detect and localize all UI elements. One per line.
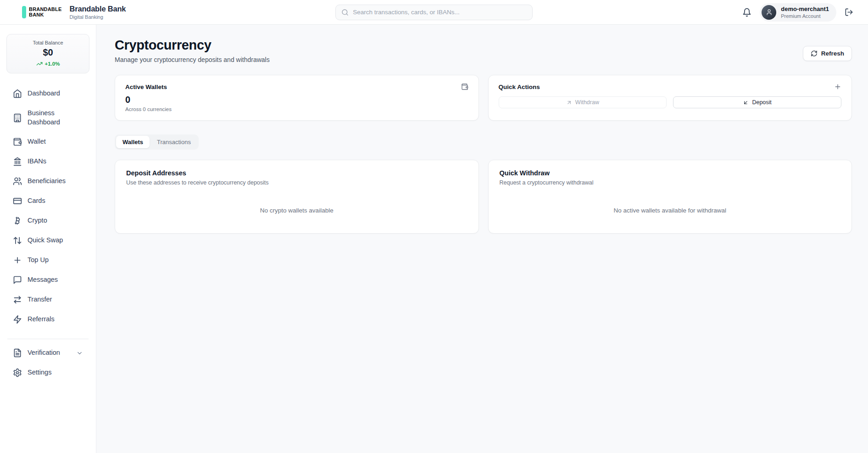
sidebar-item-label: Beneficiaries xyxy=(28,177,66,186)
quick-actions-card: Quick Actions Withdraw Deposit xyxy=(488,75,852,121)
sidebar-item-label: Verification xyxy=(28,348,60,358)
deposit-addresses-empty-state: No crypto wallets available xyxy=(126,207,467,214)
chevron-down-icon xyxy=(76,350,83,357)
brand-logo-line1: BRANDABLE xyxy=(29,7,61,12)
quick-withdraw-subtitle: Request a cryptocurrency withdrawal xyxy=(500,179,841,186)
sidebar-item-label: Quick Swap xyxy=(28,236,63,245)
sidebar-item-label: Top Up xyxy=(28,256,49,265)
deposit-button[interactable]: Deposit xyxy=(673,96,841,108)
bitcoin-icon xyxy=(13,216,22,225)
arrow-left-right-icon xyxy=(13,295,22,304)
notifications-button[interactable] xyxy=(742,8,751,17)
wallet-icon xyxy=(461,83,468,90)
sidebar: Total Balance $0 +1.0% DashboardBusiness… xyxy=(0,25,96,453)
user-info: demo-merchant1 Premium Account xyxy=(781,6,829,18)
total-balance-card: Total Balance $0 +1.0% xyxy=(6,34,89,73)
sidebar-item-crypto[interactable]: Crypto xyxy=(6,212,89,230)
sidebar-item-beneficiaries[interactable]: Beneficiaries xyxy=(6,172,89,190)
sidebar-item-referrals[interactable]: Referrals xyxy=(6,310,89,329)
sidebar-footer-nav: VerificationSettings xyxy=(6,344,89,382)
refresh-icon xyxy=(811,50,818,57)
search-input[interactable] xyxy=(353,9,527,16)
sidebar-item-settings[interactable]: Settings xyxy=(6,364,89,382)
file-text-icon xyxy=(13,348,22,358)
sidebar-item-messages[interactable]: Messages xyxy=(6,271,89,289)
active-wallets-title: Active Wallets xyxy=(125,84,167,90)
plus-icon[interactable] xyxy=(834,83,841,90)
deposit-addresses-panel: Deposit Addresses Use these addresses to… xyxy=(115,160,479,234)
quick-withdraw-empty-state: No active wallets available for withdraw… xyxy=(500,207,841,214)
sidebar-item-top-up[interactable]: Top Up xyxy=(6,251,89,269)
balance-amount: $0 xyxy=(11,47,84,58)
active-wallets-card: Active Wallets 0 Across 0 currencies xyxy=(115,75,479,121)
quick-withdraw-title: Quick Withdraw xyxy=(500,169,841,177)
landmark-icon xyxy=(13,157,22,166)
quick-actions-title: Quick Actions xyxy=(499,84,540,90)
sidebar-item-dashboard[interactable]: Dashboard xyxy=(6,84,89,103)
refresh-button[interactable]: Refresh xyxy=(803,46,852,61)
page-title: Cryptocurrency xyxy=(115,38,270,53)
stats-row: Active Wallets 0 Across 0 currencies Qui… xyxy=(115,75,852,121)
brand-logo: BRANDABLE BANK Brandable Bank Digital Ba… xyxy=(22,5,126,20)
users-icon xyxy=(13,177,22,186)
sidebar-nav: DashboardBusiness DashboardWalletIBANsBe… xyxy=(6,84,89,329)
global-search[interactable] xyxy=(335,5,533,20)
balance-change-value: +1.0% xyxy=(45,61,60,67)
deposit-addresses-subtitle: Use these addresses to receive cryptocur… xyxy=(126,179,467,186)
quick-actions-buttons: Withdraw Deposit xyxy=(499,96,842,108)
tab-transactions[interactable]: Transactions xyxy=(150,136,197,148)
sidebar-item-label: Dashboard xyxy=(28,89,60,98)
wallet-icon xyxy=(13,137,22,146)
tab-wallets[interactable]: Wallets xyxy=(116,136,150,148)
brand-logo-text: BRANDABLE BANK xyxy=(29,7,61,18)
search-icon xyxy=(341,9,349,16)
sidebar-item-quick-swap[interactable]: Quick Swap xyxy=(6,231,89,250)
sidebar-item-verification[interactable]: Verification xyxy=(6,344,89,362)
main-content: Cryptocurrency Manage your cryptocurrenc… xyxy=(96,25,868,453)
arrow-up-down-icon xyxy=(13,236,22,245)
sidebar-divider xyxy=(7,339,89,339)
sidebar-item-cards[interactable]: Cards xyxy=(6,192,89,210)
user-plan: Premium Account xyxy=(781,13,829,19)
active-wallets-caption: Across 0 currencies xyxy=(125,106,468,112)
log-out-icon xyxy=(845,8,853,17)
brand-tagline: Digital Banking xyxy=(69,14,126,20)
deposit-addresses-title: Deposit Addresses xyxy=(126,169,467,177)
page-header: Cryptocurrency Manage your cryptocurrenc… xyxy=(115,38,852,63)
settings-icon xyxy=(13,368,22,377)
withdraw-label: Withdraw xyxy=(575,99,599,106)
user-name: demo-merchant1 xyxy=(781,6,829,13)
header-center xyxy=(126,5,742,20)
sidebar-item-label: Messages xyxy=(28,275,58,285)
page-subtitle: Manage your cryptocurrency deposits and … xyxy=(115,56,270,63)
sidebar-item-transfer[interactable]: Transfer xyxy=(6,291,89,309)
active-wallets-card-head: Active Wallets xyxy=(125,83,468,90)
deposit-label: Deposit xyxy=(752,99,771,106)
plus-icon xyxy=(13,256,22,265)
message-square-icon xyxy=(13,275,22,285)
brand-title-block: Brandable Bank Digital Banking xyxy=(69,5,126,20)
user-menu[interactable]: demo-merchant1 Premium Account xyxy=(760,3,836,22)
page-header-text: Cryptocurrency Manage your cryptocurrenc… xyxy=(115,38,270,63)
zap-icon xyxy=(13,315,22,324)
avatar xyxy=(762,5,776,20)
quick-actions-card-head: Quick Actions xyxy=(499,83,842,90)
balance-change: +1.0% xyxy=(11,61,84,67)
sidebar-item-business-dashboard[interactable]: Business Dashboard xyxy=(6,104,89,131)
withdraw-button[interactable]: Withdraw xyxy=(499,96,667,108)
top-header: BRANDABLE BANK Brandable Bank Digital Ba… xyxy=(0,0,868,25)
sidebar-item-wallet[interactable]: Wallet xyxy=(6,133,89,151)
sidebar-item-label: Wallet xyxy=(28,137,46,146)
home-icon xyxy=(13,89,22,98)
quick-withdraw-panel: Quick Withdraw Request a cryptocurrency … xyxy=(488,160,852,234)
sidebar-item-ibans[interactable]: IBANs xyxy=(6,152,89,171)
bell-icon xyxy=(742,8,751,17)
trending-up-icon xyxy=(36,61,43,67)
header-right: demo-merchant1 Premium Account xyxy=(742,3,853,22)
logout-button[interactable] xyxy=(845,8,853,17)
arrow-down-left-icon xyxy=(743,100,749,106)
active-wallets-count: 0 xyxy=(125,95,468,105)
wallets-transactions-tabs: WalletsTransactions xyxy=(115,134,199,150)
sidebar-item-label: Transfer xyxy=(28,295,52,304)
brand-logo-line2: BANK xyxy=(29,12,61,18)
